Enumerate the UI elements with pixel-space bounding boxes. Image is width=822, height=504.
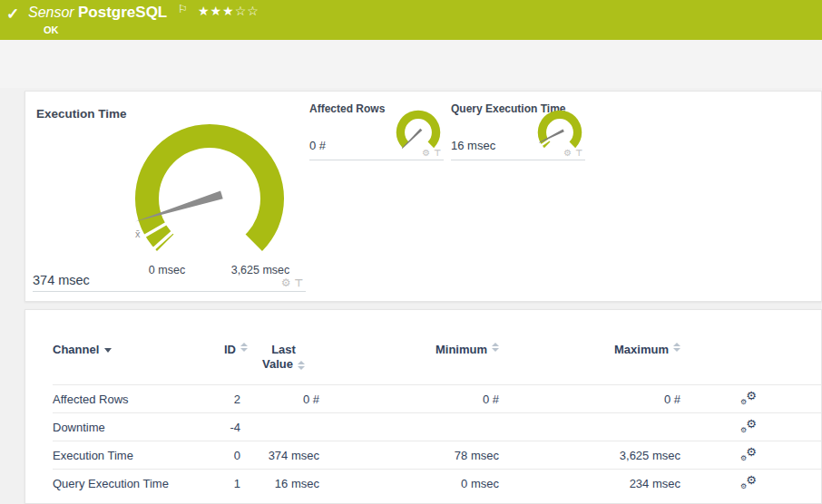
sort-updown-icon [298,361,305,370]
column-header-id[interactable]: ID [224,343,236,356]
column-header-channel[interactable]: Channel [53,343,99,356]
sensor-type-label: Sensor [28,5,74,21]
gauges-panel: Execution Time x̄ 0 msec 3,625 msec 374 … [24,91,822,302]
cell-last-value: 374 msec [248,449,325,462]
gauge-title: Execution Time [36,107,127,121]
edit-channel-icon[interactable]: ⚙⚙ [740,475,757,489]
sensor-name: PostgreSQL [78,4,167,22]
gear-icon: ⚙ [746,445,757,459]
cell-maximum: 234 msec [506,477,688,490]
gear-icon: ⚙ [740,426,747,434]
cell-id: 1 [211,477,248,490]
pin-icon[interactable]: ⊤ [575,149,582,158]
channel-link[interactable]: Affected Rows [53,393,129,406]
sort-updown-icon [673,343,680,356]
gauge-current-value: 374 msec [33,273,90,287]
gear-icon: ⚙ [740,398,747,406]
column-header-minimum[interactable]: Minimum [435,343,487,356]
gear-icon: ⚙ [746,417,757,431]
gauge-card-execution-time[interactable]: Execution Time x̄ 0 msec 3,625 msec 374 … [33,99,306,292]
channel-link[interactable]: Downtime [53,421,105,434]
gear-icon[interactable]: ⚙ [563,148,572,158]
table-row: Execution Time 0 374 msec 78 msec 3,625 … [53,441,821,469]
mean-marker: x̄ [135,228,141,239]
gear-icon[interactable]: ⚙ [422,148,430,158]
tab-bar: Overview ((•)) Live Data 2 days 30 days … [0,40,822,88]
gauge-max-label: 3,625 msec [219,264,302,276]
cell-id: 0 [211,449,248,462]
cell-minimum: 78 msec [325,449,506,462]
cell-last-value: 0 # [248,393,325,406]
sort-updown-icon [240,343,248,356]
prtg-sensor-page: ✓ Sensor PostgreSQL ⚐ ★★★☆☆ OK Overview … [0,0,822,504]
sensor-status-bar: ✓ Sensor PostgreSQL ⚐ ★★★☆☆ OK [0,0,822,40]
gauge-arc [396,111,441,148]
cell-id: -4 [211,421,248,434]
edit-channel-icon[interactable]: ⚙⚙ [740,447,757,461]
gauge-card-affected-rows[interactable]: Affected Rows 0 # ⚙ ⊤ [309,96,444,160]
cell-minimum: 0 msec [325,477,506,490]
gauge-current-value: 16 msec [451,139,495,152]
gear-icon: ⚙ [740,454,747,462]
gear-icon: ⚙ [740,482,747,490]
priority-stars[interactable]: ★★★☆☆ [198,4,259,18]
gauge-min-label: 0 msec [140,264,194,276]
channel-link[interactable]: Execution Time [53,449,133,462]
pin-icon[interactable]: ⊤ [294,277,303,289]
channels-table-panel: Channel ID Last Value Minimum [24,309,822,504]
table-row: Query Execution Time 1 16 msec 0 msec 23… [53,469,821,497]
channel-link[interactable]: Query Execution Time [53,477,169,490]
edit-channel-icon[interactable]: ⚙⚙ [740,391,757,405]
gauge-card-query-execution-time[interactable]: Query Execution Time 16 msec ⚙ ⊤ [451,96,585,160]
cell-minimum: 0 # [325,393,506,406]
table-row: Affected Rows 2 0 # 0 # 0 # ⚙⚙ [53,384,821,412]
gauge-title: Affected Rows [309,102,385,115]
stars-empty: ☆☆ [235,4,259,18]
cell-last-value: 16 msec [248,477,325,490]
gauge-current-value: 0 # [309,139,326,152]
status-badge: OK [44,24,59,35]
sort-updown-icon [492,343,499,356]
flag-icon[interactable]: ⚐ [178,3,188,15]
gear-icon: ⚙ [746,389,757,402]
stars-filled: ★★★ [198,4,235,18]
cell-id: 2 [211,393,248,406]
gear-icon: ⚙ [746,473,757,487]
column-header-last-value[interactable]: Last [271,343,296,357]
ok-check-icon: ✓ [6,5,19,24]
cell-maximum: 0 # [506,393,688,406]
table-header-row: Channel ID Last Value Minimum [53,343,821,384]
gauge-arc [135,124,284,251]
edit-channel-icon[interactable]: ⚙⚙ [740,419,757,433]
column-header-last-value-2[interactable]: Value [262,357,293,371]
execution-time-gauge [128,117,291,280]
cell-maximum: 3,625 msec [506,449,688,462]
table-row: Downtime -4 ⚙⚙ [53,412,821,441]
sort-desc-icon [104,348,112,353]
gear-icon[interactable]: ⚙ [281,276,291,289]
channels-table: Channel ID Last Value Minimum [53,343,821,497]
column-header-maximum[interactable]: Maximum [614,343,669,356]
pin-icon[interactable]: ⊤ [434,149,441,158]
